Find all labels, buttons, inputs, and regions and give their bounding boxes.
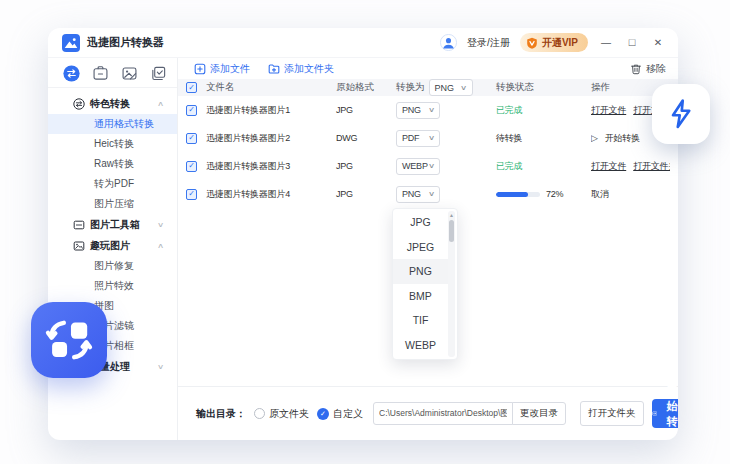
app-window: 迅捷图片转换器 登录/注册 开通VIP — □ ✕ <box>48 28 678 440</box>
row-checkbox[interactable] <box>186 105 197 116</box>
sidebar-section-label: 特色转换 <box>90 97 130 111</box>
lightning-icon <box>666 97 696 131</box>
titlebar: 迅捷图片转换器 登录/注册 开通VIP — □ ✕ <box>48 28 678 58</box>
add-file-icon <box>194 63 206 75</box>
chevron-down-icon: ∨ <box>428 190 435 198</box>
minimize-button[interactable]: — <box>598 38 614 48</box>
sidebar-section-label: 图片工具箱 <box>90 218 140 232</box>
add-folder-icon <box>268 63 280 75</box>
fun-images-icon <box>73 240 85 252</box>
add-folder-button[interactable]: 添加文件夹 <box>268 62 334 76</box>
convert-mode-icon[interactable] <box>63 65 80 82</box>
progress-track <box>496 192 540 197</box>
vip-label: 开通VIP <box>542 36 578 50</box>
open-file-link[interactable]: 打开文件 <box>591 160 626 173</box>
convert-squares-icon <box>43 314 95 366</box>
dropdown-option-bmp[interactable]: BMP <box>393 284 448 309</box>
close-button[interactable]: ✕ <box>650 38 666 48</box>
quick-action-button[interactable] <box>652 84 710 144</box>
sidebar-item-to-pdf[interactable]: 转为PDF <box>48 174 177 194</box>
status-done: 已完成 <box>496 160 591 173</box>
col-convert-to: 转换为 <box>396 81 425 94</box>
progress-fill <box>496 192 528 197</box>
row-format-select[interactable]: PDF ∨ <box>396 130 440 147</box>
row-checkbox[interactable] <box>186 161 197 172</box>
output-path-input[interactable] <box>373 402 513 425</box>
sidebar-item-image-repair[interactable]: 图片修复 <box>48 256 177 276</box>
row-format-select[interactable]: PNG ∨ <box>396 186 440 203</box>
add-file-button[interactable]: 添加文件 <box>194 62 250 76</box>
file-toolbar: 添加文件 添加文件夹 移除 <box>178 58 678 79</box>
scrollbar-thumb[interactable] <box>449 220 454 242</box>
chevron-down-icon: ∨ <box>428 106 435 114</box>
file-name: 迅捷图片转换器图片1 <box>206 104 336 117</box>
row-checkbox[interactable] <box>186 189 197 200</box>
main-panel: 添加文件 添加文件夹 移除 文件名 原始格式 转换为 <box>178 58 678 440</box>
image-edit-mode-icon[interactable] <box>121 65 138 82</box>
sidebar-item-photo-effects[interactable]: 照片特效 <box>48 276 177 296</box>
cancel-action[interactable]: 取消 <box>591 188 609 201</box>
dropdown-option-tif[interactable]: TIF <box>393 308 448 333</box>
remove-button[interactable]: 移除 <box>630 62 666 76</box>
row-format-select[interactable]: PNG ∨ <box>396 102 440 119</box>
sidebar-section-image-toolbox[interactable]: 图片工具箱 ∨ <box>48 214 177 235</box>
start-convert-button[interactable]: 开始转换 <box>652 399 679 428</box>
radio-custom-option[interactable]: ✓ 自定义 <box>317 407 363 421</box>
play-icon: ▷ <box>591 133 598 143</box>
user-avatar-icon[interactable] <box>440 34 457 51</box>
dropdown-scrollbar[interactable]: ▲ <box>448 211 455 357</box>
global-format-select[interactable]: PNG ∨ <box>429 79 473 96</box>
radio-original-folder-option[interactable]: 原文件夹 <box>254 407 309 421</box>
chevron-down-icon: ∨ <box>428 162 435 170</box>
login-register-link[interactable]: 登录/注册 <box>467 36 510 50</box>
status-done: 已完成 <box>496 104 591 117</box>
source-format: JPG <box>336 105 396 115</box>
sidebar-section-special-convert[interactable]: 特色转换 ∧ <box>48 93 177 114</box>
dropdown-option-png[interactable]: PNG <box>393 259 448 284</box>
table-row: 迅捷图片转换器图片1 JPG PNG ∨ 已完成 打开文件 打开文件夹 <box>178 96 678 124</box>
batch-mode-icon[interactable] <box>150 65 167 82</box>
sidebar-section-fun-images[interactable]: 趣玩图片 ∧ <box>48 235 177 256</box>
chevron-up-icon: ∧ <box>157 242 164 250</box>
table-row: 迅捷图片转换器图片2 DWG PDF ∨ 待转换 ▷ 开始转换 <box>178 124 678 152</box>
dropdown-option-jpeg[interactable]: JPEG <box>393 235 448 260</box>
special-convert-icon <box>73 98 85 110</box>
open-folder-link[interactable]: 打开文件夹 <box>633 160 670 173</box>
dropdown-option-jpg[interactable]: JPG <box>393 210 448 235</box>
file-name: 迅捷图片转换器图片3 <box>206 160 336 173</box>
chevron-up-icon: ∧ <box>157 100 164 108</box>
maximize-button[interactable]: □ <box>624 37 640 48</box>
sidebar-item-heic-convert[interactable]: Heic转换 <box>48 134 177 154</box>
sidebar-item-raw-convert[interactable]: Raw转换 <box>48 154 177 174</box>
source-format: DWG <box>336 133 396 143</box>
progress-percent: 72% <box>546 189 563 199</box>
sidebar-item-general-format-convert[interactable]: 通用格式转换 <box>48 114 177 134</box>
sidebar-item-image-compress[interactable]: 图片压缩 <box>48 194 177 214</box>
col-file-name: 文件名 <box>206 81 336 94</box>
table-row: 迅捷图片转换器图片3 JPG WEBP ∨ 已完成 打开文件 打开文件夹 <box>178 152 678 180</box>
radio-unchecked-icon[interactable] <box>254 408 265 419</box>
open-vip-button[interactable]: 开通VIP <box>520 33 588 52</box>
open-file-link[interactable]: 打开文件 <box>591 104 626 117</box>
chevron-down-icon: ∨ <box>428 134 435 142</box>
source-format: JPG <box>336 189 396 199</box>
table-row: 迅捷图片转换器图片4 JPG PNG ∨ 72% 取消 <box>178 180 678 208</box>
chevron-down-icon: ∨ <box>157 363 164 371</box>
app-title: 迅捷图片转换器 <box>87 35 164 50</box>
open-output-folder-button[interactable]: 打开文件夹 <box>580 401 644 426</box>
change-dir-button[interactable]: 更改目录 <box>512 402 566 425</box>
app-logo-icon <box>62 34 80 52</box>
row-format-select[interactable]: WEBP ∨ <box>396 158 440 175</box>
file-name: 迅捷图片转换器图片4 <box>206 188 336 201</box>
chevron-down-icon: ∨ <box>157 221 164 229</box>
dropdown-option-webp[interactable]: WEBP <box>393 333 448 358</box>
sidebar: 特色转换 ∧ 通用格式转换 Heic转换 Raw转换 转为PDF 图片压缩 图片… <box>48 58 178 440</box>
floating-app-logo <box>31 302 107 378</box>
select-all-checkbox[interactable] <box>186 82 197 93</box>
radio-checked-icon[interactable]: ✓ <box>317 408 329 420</box>
row-checkbox[interactable] <box>186 133 197 144</box>
source-format: JPG <box>336 161 396 171</box>
scroll-up-icon[interactable]: ▲ <box>448 211 455 219</box>
toolbox-mode-icon[interactable] <box>92 65 109 82</box>
col-source-format: 原始格式 <box>336 81 396 94</box>
